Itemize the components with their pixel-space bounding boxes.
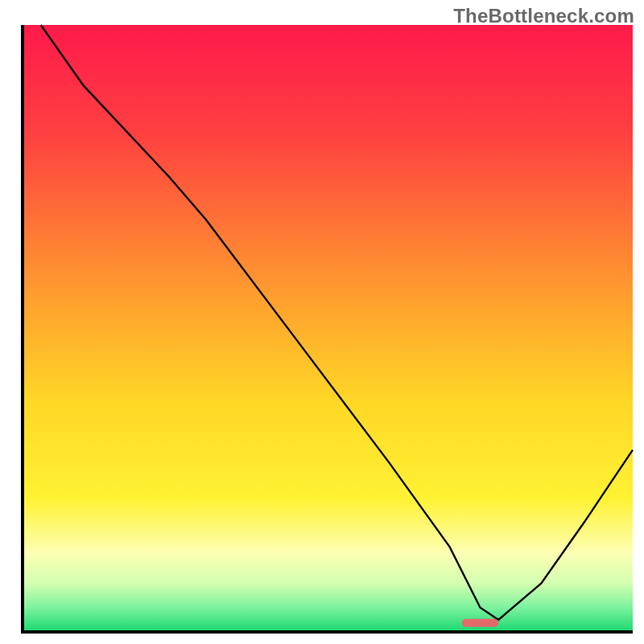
chart-svg (0, 0, 644, 644)
optimal-range-marker (462, 619, 498, 627)
chart-background-gradient (23, 25, 633, 632)
watermark-text: TheBottleneck.com (453, 5, 634, 27)
bottleneck-chart: TheBottleneck.com (0, 0, 644, 644)
